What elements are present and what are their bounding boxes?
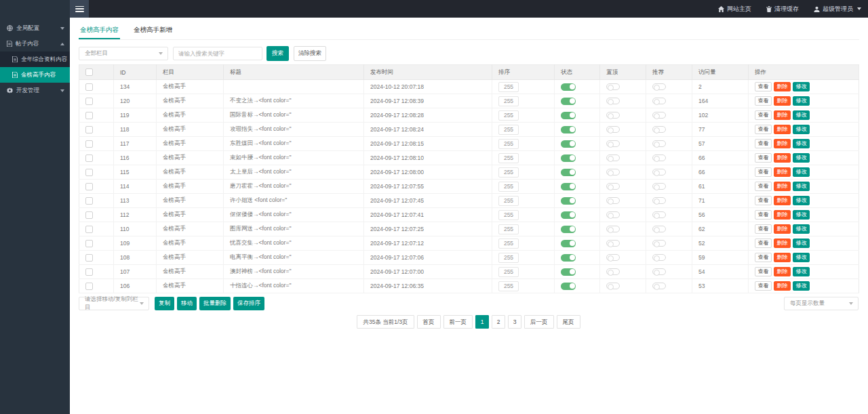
edit-button[interactable]: 修改 [793,210,810,220]
next-page-button[interactable]: 后一页 [524,315,554,329]
status-toggle[interactable] [561,283,576,290]
view-button[interactable]: 查看 [755,125,772,134]
row-checkbox[interactable] [85,83,93,91]
row-checkbox[interactable] [85,98,93,105]
delete-button[interactable]: 删除 [774,253,791,262]
edit-button[interactable]: 修改 [793,125,810,134]
first-page-button[interactable]: 首页 [417,315,441,329]
view-button[interactable]: 查看 [755,239,772,248]
delete-button[interactable]: 删除 [774,82,791,91]
sort-input[interactable] [498,196,519,206]
status-toggle[interactable] [561,197,576,205]
delete-button[interactable]: 删除 [774,196,791,205]
prev-page-button[interactable]: 前一页 [443,315,473,329]
sort-input[interactable] [498,281,519,291]
recommend-toggle[interactable] [652,154,666,161]
view-button[interactable]: 查看 [755,253,772,262]
delete-button[interactable]: 删除 [774,139,791,148]
menu-toggle-button[interactable] [70,0,89,18]
sort-input[interactable] [498,153,519,163]
edit-button[interactable]: 修改 [793,167,810,177]
view-button[interactable]: 查看 [755,139,772,148]
edit-button[interactable]: 修改 [793,82,810,91]
status-toggle[interactable] [561,226,576,233]
page-size-select[interactable]: 每页显示数量 [784,297,859,310]
view-button[interactable]: 查看 [755,96,772,106]
row-checkbox[interactable] [85,254,93,262]
recommend-toggle[interactable] [652,183,666,190]
recommend-toggle[interactable] [652,283,666,289]
search-button[interactable]: 搜索 [267,46,289,61]
row-checkbox[interactable] [85,226,93,233]
search-input[interactable] [173,47,262,60]
view-button[interactable]: 查看 [755,281,772,291]
status-toggle[interactable] [561,169,576,176]
top-toggle[interactable] [606,283,620,289]
edit-button[interactable]: 修改 [793,224,810,234]
clear-search-button[interactable]: 清除搜索 [294,46,326,61]
sort-input[interactable] [498,125,519,135]
edit-button[interactable]: 修改 [793,281,810,291]
edit-button[interactable]: 修改 [793,267,810,276]
nav-admin-user[interactable]: 超级管理员 [814,5,861,14]
row-checkbox[interactable] [85,240,93,247]
top-toggle[interactable] [606,183,620,190]
top-toggle[interactable] [606,98,620,104]
status-toggle[interactable] [561,154,576,162]
recommend-toggle[interactable] [652,169,666,175]
tab-jinbang-content[interactable]: 金榜高手内容 [79,23,120,39]
status-toggle[interactable] [561,268,576,276]
sort-input[interactable] [498,167,519,178]
row-checkbox[interactable] [85,154,93,162]
recommend-toggle[interactable] [652,211,666,218]
view-button[interactable]: 查看 [755,210,772,220]
recommend-toggle[interactable] [652,240,666,247]
row-checkbox[interactable] [85,169,93,176]
select-all-checkbox[interactable] [85,68,93,76]
top-toggle[interactable] [606,226,620,232]
move-button[interactable]: 移动 [177,297,197,310]
sidebar-item-dev-management[interactable]: 开发管理 [0,83,70,98]
status-toggle[interactable] [561,140,576,148]
row-checkbox[interactable] [85,126,93,133]
delete-button[interactable]: 删除 [774,96,791,106]
row-checkbox[interactable] [85,211,93,219]
edit-button[interactable]: 修改 [793,253,810,262]
recommend-toggle[interactable] [652,112,666,119]
recommend-toggle[interactable] [652,83,666,90]
view-button[interactable]: 查看 [755,182,772,191]
edit-button[interactable]: 修改 [793,239,810,248]
recommend-toggle[interactable] [652,126,666,133]
recommend-toggle[interactable] [652,197,666,204]
top-toggle[interactable] [606,126,620,133]
last-page-button[interactable]: 尾页 [557,315,580,329]
top-toggle[interactable] [606,112,620,119]
recommend-toggle[interactable] [652,226,666,232]
view-button[interactable]: 查看 [755,224,772,234]
recommend-toggle[interactable] [652,268,666,275]
top-toggle[interactable] [606,140,620,147]
status-toggle[interactable] [561,112,576,119]
edit-button[interactable]: 修改 [793,139,810,148]
sort-input[interactable] [498,267,519,277]
save-sort-button[interactable]: 保存排序 [233,297,264,310]
top-toggle[interactable] [606,254,620,261]
status-toggle[interactable] [561,126,576,133]
view-button[interactable]: 查看 [755,267,772,276]
sidebar-item-annual-data-content[interactable]: 全年综合资料内容 [0,51,70,67]
status-toggle[interactable] [561,183,576,190]
recommend-toggle[interactable] [652,98,666,104]
view-button[interactable]: 查看 [755,167,772,177]
delete-button[interactable]: 删除 [774,210,791,220]
tab-jinbang-add[interactable]: 金榜高手新增 [132,23,174,39]
delete-button[interactable]: 删除 [774,167,791,177]
nav-clear-cache[interactable]: 清理缓存 [766,5,799,14]
delete-button[interactable]: 删除 [774,125,791,134]
delete-button[interactable]: 删除 [774,153,791,163]
status-toggle[interactable] [561,254,576,262]
delete-button[interactable]: 删除 [774,110,791,120]
top-toggle[interactable] [606,83,620,90]
delete-button[interactable]: 删除 [774,239,791,248]
sort-input[interactable] [498,210,519,220]
view-button[interactable]: 查看 [755,82,772,91]
